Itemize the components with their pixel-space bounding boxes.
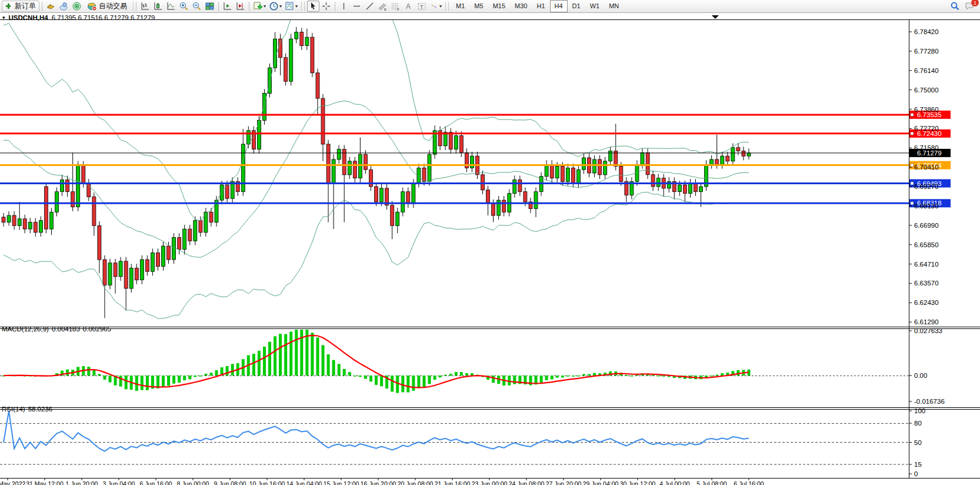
macd-histogram-bar [465, 373, 468, 376]
text-tool[interactable]: A [402, 1, 415, 12]
indicators-button[interactable]: ▾ [252, 1, 267, 12]
search-button[interactable] [949, 1, 961, 12]
candle-bull [39, 221, 42, 232]
macd-indicator-label: MACD(12,26,9)0.0041830.002965 [2, 325, 114, 333]
timeframe-m30[interactable]: M30 [510, 0, 532, 12]
candle-bear [518, 180, 522, 192]
timeframe-h1[interactable]: H1 [532, 0, 549, 12]
price-tag-marker [911, 182, 914, 185]
time-label: 4 Jul 00:00 [659, 480, 690, 485]
crosshair-tool-button[interactable] [320, 1, 332, 12]
shift-marker-icon[interactable] [712, 15, 719, 19]
chart-canvas[interactable]: 6.735356.724306.712796.705646.694936.683… [0, 13, 980, 485]
new-order-icon [5, 2, 13, 10]
profiles-button[interactable] [58, 1, 70, 12]
line-chart-button[interactable] [165, 1, 177, 12]
chart-expand-icon[interactable]: ▾ [2, 15, 5, 21]
macd-name: MACD(12,26,9) [2, 325, 49, 333]
timeframe-mn[interactable]: MN [604, 0, 624, 12]
chart-shift-button[interactable] [234, 1, 246, 12]
timeframe-m1[interactable]: M1 [451, 0, 469, 12]
rsi-line [4, 411, 749, 451]
candle-bear [619, 166, 623, 181]
zoom-out-button[interactable] [191, 1, 203, 12]
fibonacci-tool[interactable]: F [389, 1, 402, 12]
equidistant-channel-tool[interactable]: E [376, 1, 389, 12]
scroll-to-end-button[interactable] [221, 1, 234, 12]
macd-histogram-bar [551, 376, 554, 380]
macd-histogram-bar [380, 376, 383, 386]
timeframe-m5[interactable]: M5 [469, 0, 488, 12]
macd-histogram-bar [354, 376, 356, 377]
horizontal-line-tool[interactable] [351, 1, 363, 12]
candle-bull [710, 160, 714, 165]
candle-bear [300, 32, 304, 46]
candle-bull [545, 165, 548, 177]
time-label: 16 Jun 20:00 [361, 480, 396, 485]
price-tag-marker [911, 164, 914, 167]
notifications-button[interactable]: 1 [964, 1, 976, 12]
macd-histogram-bar [588, 374, 591, 376]
candle-bear [284, 58, 288, 81]
autotrade-button[interactable]: 自动交易 [84, 1, 131, 12]
rsi-name: RSI(14) [2, 406, 25, 413]
arrows-tool[interactable]: ▾ [428, 1, 443, 12]
candle-bull [337, 150, 341, 160]
autotrade-icon [87, 1, 97, 11]
cursor-tool-button[interactable] [307, 1, 319, 12]
new-order-button[interactable]: 新订单 [2, 1, 39, 12]
timeframe-h4[interactable]: H4 [550, 0, 568, 12]
macd-histogram-bar [311, 333, 314, 376]
text-label-tool[interactable]: T [415, 1, 428, 12]
macd-histogram-bar [87, 367, 90, 376]
candle-bull [609, 151, 612, 161]
candle-bear [98, 225, 101, 260]
time-label: 5 Jul 08:00 [696, 480, 727, 485]
price-tick-label: 6.69270 [914, 183, 939, 190]
time-label: 20 Jun 08:00 [398, 480, 434, 485]
macd-histogram-bar [348, 372, 351, 376]
macd-histogram-bar [657, 376, 660, 377]
macd-histogram-bar [167, 376, 170, 386]
price-tag-marker [911, 202, 914, 205]
macd-histogram-bar [258, 351, 261, 376]
styler-button[interactable] [45, 1, 57, 12]
time-label: 24 Jun 08:00 [509, 480, 545, 485]
candle-bear [12, 215, 16, 225]
chart-window[interactable]: 6.735356.724306.712796.705646.694936.683… [0, 13, 980, 485]
periods-button[interactable]: ▾ [268, 1, 283, 12]
candle-bear [2, 217, 5, 222]
candle-bear [683, 185, 686, 193]
macd-histogram-bar [492, 376, 495, 383]
candle-bull [401, 192, 405, 212]
candle-bear [199, 221, 202, 232]
macd-histogram-bar [204, 374, 207, 376]
new-order-label: 新订单 [15, 1, 36, 11]
timeframe-d1[interactable]: D1 [568, 0, 585, 12]
toolbar-grip [133, 2, 136, 11]
timeframe-w1[interactable]: W1 [585, 0, 605, 12]
candlestick-button[interactable] [152, 1, 164, 12]
vertical-line-tool[interactable] [338, 1, 350, 12]
bar-chart-button[interactable] [139, 1, 151, 12]
tile-windows-button[interactable] [204, 1, 216, 12]
price-tick-label: 6.66990 [914, 222, 939, 229]
trendline-tool[interactable] [364, 1, 376, 12]
zoom-in-button[interactable] [178, 1, 190, 12]
macd-histogram-bar [104, 376, 106, 380]
candle-bear [742, 151, 745, 157]
candle-bull [428, 154, 431, 181]
candle-bear [646, 152, 649, 175]
candle-bear [156, 253, 160, 267]
candle-bull [731, 148, 735, 161]
chart-symbol-period: USDCNH,H4 [9, 14, 48, 21]
candle-bear [449, 132, 452, 150]
cursor-icon [309, 2, 318, 11]
templates-button[interactable]: ▾ [284, 1, 299, 12]
macd-histogram-bar [109, 376, 112, 383]
signals-button[interactable] [71, 1, 83, 12]
timeframe-m15[interactable]: M15 [488, 0, 510, 12]
candle-bull [332, 160, 335, 183]
macd-histogram-bar [188, 376, 191, 379]
candle-bear [422, 168, 426, 181]
